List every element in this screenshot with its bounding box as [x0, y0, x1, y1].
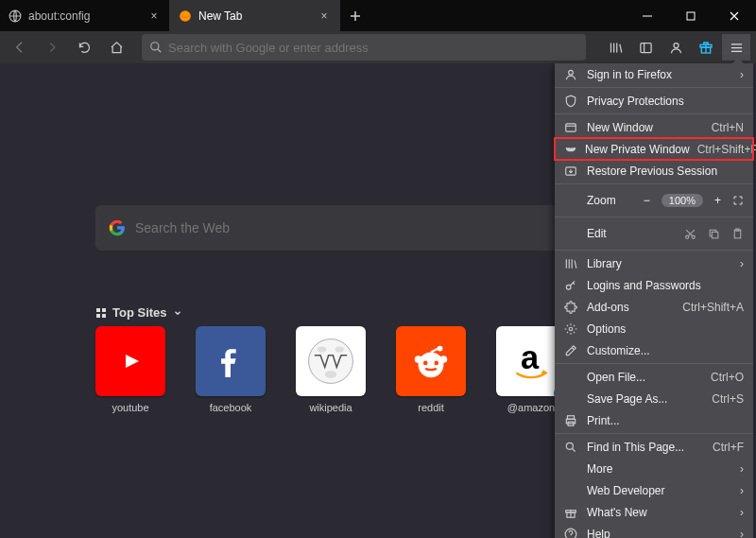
tile-label: reddit	[418, 402, 444, 413]
menu-options[interactable]: Options	[555, 318, 753, 339]
tile-reddit[interactable]: reddit	[396, 326, 466, 413]
svg-point-26	[569, 70, 574, 75]
svg-point-5	[674, 43, 679, 47]
menu-help[interactable]: Help ›	[555, 523, 753, 538]
svg-point-14	[318, 346, 326, 352]
key-icon	[564, 279, 579, 292]
svg-point-18	[415, 356, 422, 363]
zoom-out-button[interactable]: −	[644, 194, 650, 207]
window-controls	[626, 0, 756, 31]
window-icon	[564, 121, 579, 134]
gift-icon[interactable]	[692, 34, 720, 61]
menu-customize[interactable]: Customize...	[555, 339, 753, 361]
app-menu: Sign in to Firefox › Privacy Protections…	[555, 63, 753, 538]
menu-new-private-window[interactable]: New Private Window Ctrl+Shift+P	[555, 138, 753, 160]
separator	[555, 217, 753, 217]
cut-button[interactable]	[684, 228, 696, 240]
separator	[555, 363, 753, 364]
brush-icon	[564, 344, 579, 357]
search-icon	[564, 441, 579, 454]
restore-icon	[564, 165, 579, 178]
maximize-button[interactable]	[669, 0, 713, 31]
menu-new-window[interactable]: New Window Ctrl+N	[555, 116, 753, 138]
zoom-label: Zoom	[587, 194, 616, 207]
svg-point-17	[419, 352, 444, 377]
tab-title: New Tab	[198, 9, 311, 23]
separator	[555, 183, 753, 184]
facebook-icon	[196, 326, 266, 396]
account-icon	[564, 68, 579, 81]
account-icon[interactable]	[662, 34, 690, 61]
chevron-right-icon: ›	[740, 528, 744, 539]
svg-rect-4	[640, 43, 650, 52]
menu-more[interactable]: More ›	[555, 458, 753, 479]
close-button[interactable]	[713, 0, 756, 31]
copy-button[interactable]	[708, 228, 720, 240]
chevron-right-icon: ›	[740, 462, 744, 476]
svg-rect-8	[96, 308, 100, 312]
sidebar-icon[interactable]	[631, 34, 660, 61]
reddit-icon	[396, 326, 466, 396]
search-icon	[149, 41, 163, 54]
url-bar[interactable]	[142, 34, 586, 61]
menu-web-developer[interactable]: Web Developer ›	[555, 479, 753, 501]
separator	[555, 87, 753, 88]
zoom-value[interactable]: 100%	[662, 194, 703, 207]
menu-library[interactable]: Library ›	[555, 252, 753, 274]
menu-whats-new[interactable]: What's New ›	[555, 501, 753, 523]
paste-button[interactable]	[731, 228, 744, 240]
menu-signin[interactable]: Sign in to Firefox ›	[555, 63, 753, 85]
minimize-button[interactable]	[626, 0, 669, 31]
menu-arrow	[732, 58, 744, 63]
svg-text:a: a	[521, 339, 540, 375]
help-icon	[564, 528, 579, 539]
tile-label: @amazon	[507, 402, 555, 413]
grid-icon	[95, 307, 107, 319]
tile-youtube[interactable]: youtube	[95, 326, 165, 413]
zoom-in-button[interactable]: +	[714, 194, 721, 207]
svg-point-1	[180, 10, 191, 22]
tile-wikipedia[interactable]: wikipedia	[296, 326, 366, 413]
menu-open-file[interactable]: Open File... Ctrl+O	[555, 366, 753, 388]
svg-point-19	[440, 356, 448, 363]
menu-privacy[interactable]: Privacy Protections	[555, 90, 753, 112]
hamburger-menu-button[interactable]	[722, 34, 750, 61]
fullscreen-button[interactable]	[732, 195, 744, 206]
new-tab-button[interactable]	[340, 0, 370, 31]
close-icon[interactable]: ×	[146, 9, 162, 23]
menu-print[interactable]: Print...	[555, 409, 753, 431]
tile-label: wikipedia	[309, 402, 352, 413]
library-icon[interactable]	[601, 34, 629, 61]
menu-find[interactable]: Find in This Page... Ctrl+F	[555, 436, 753, 458]
tile-label: youtube	[112, 402, 148, 413]
separator	[555, 113, 753, 114]
gift-icon	[564, 506, 579, 519]
tile-facebook[interactable]: facebook	[196, 326, 266, 413]
google-icon	[109, 219, 126, 236]
tab-new-tab[interactable]: New Tab ×	[170, 0, 340, 31]
tile-label: facebook	[210, 402, 252, 413]
topsites-header[interactable]: Top Sites	[95, 305, 182, 320]
menu-addons[interactable]: Add-ons Ctrl+Shift+A	[555, 296, 753, 318]
forward-button[interactable]	[38, 34, 66, 61]
menu-logins[interactable]: Logins and Passwords	[555, 274, 753, 296]
puzzle-icon	[564, 301, 579, 314]
svg-marker-12	[126, 355, 139, 368]
title-bar: about:config × New Tab ×	[0, 0, 756, 31]
tab-about-config[interactable]: about:config ×	[0, 0, 170, 31]
reload-button[interactable]	[70, 34, 98, 61]
gear-icon	[564, 322, 579, 336]
youtube-icon	[95, 326, 165, 396]
menu-save-page[interactable]: Save Page As... Ctrl+S	[555, 388, 753, 409]
tab-title: about:config	[28, 9, 141, 23]
url-input[interactable]	[168, 41, 578, 55]
topsites-row: youtube facebook wikipedia reddit a @ama…	[95, 326, 566, 413]
svg-point-39	[566, 443, 573, 449]
firefox-icon	[178, 9, 193, 24]
close-icon[interactable]: ×	[317, 9, 332, 23]
globe-icon	[8, 9, 23, 24]
svg-point-15	[335, 346, 344, 352]
menu-restore-session[interactable]: Restore Previous Session	[555, 160, 753, 182]
home-button[interactable]	[102, 34, 130, 61]
back-button[interactable]	[6, 34, 34, 61]
